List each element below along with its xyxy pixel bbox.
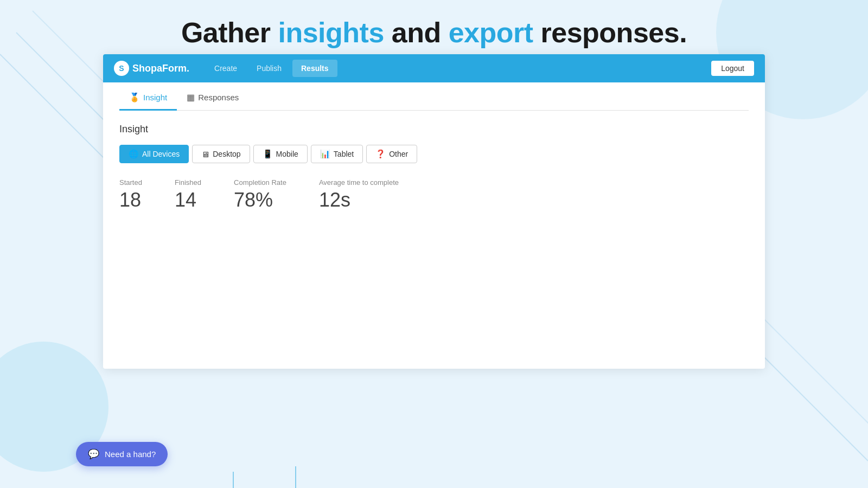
mobile-label: Mobile (276, 150, 298, 158)
nav-results[interactable]: Results (292, 60, 337, 77)
chat-button[interactable]: 💬 Need a hand? (76, 442, 168, 466)
responses-tab-label: Responses (198, 93, 239, 102)
hero-highlight-1: insights (278, 17, 384, 48)
hero-highlight-2: export (449, 17, 533, 48)
hero-text-3: responses. (533, 17, 687, 48)
hero-heading: Gather insights and export responses. (0, 16, 868, 49)
main-content: 🏅 Insight ▦ Responses Insight 🌐 All Devi… (103, 82, 765, 228)
device-filters: 🌐 All Devices 🖥 Desktop 📱 Mobile 📊 Table… (119, 145, 749, 163)
stat-finished: Finished 14 (175, 178, 201, 211)
stat-completion-value: 78% (234, 189, 286, 211)
desktop-label: Desktop (213, 150, 240, 158)
all-devices-label: All Devices (142, 150, 180, 158)
logout-button[interactable]: Logout (711, 61, 754, 76)
nav-links: Create Publish Results (206, 60, 711, 77)
insight-tab-label: Insight (143, 93, 167, 102)
filter-desktop[interactable]: 🖥 Desktop (192, 145, 250, 163)
insight-tab-icon: 🏅 (129, 92, 140, 102)
brand-shopa: Shopa (132, 63, 162, 74)
svg-line-6 (749, 304, 868, 439)
all-devices-icon: 🌐 (129, 149, 139, 159)
stat-completion-rate: Completion Rate 78% (234, 178, 286, 211)
filter-all-devices[interactable]: 🌐 All Devices (119, 145, 189, 163)
app-window: S ShopaForm. Create Publish Results Logo… (103, 54, 765, 369)
tab-responses[interactable]: ▦ Responses (177, 85, 248, 111)
stat-started: Started 18 (119, 178, 142, 211)
chat-icon: 💬 (88, 448, 99, 460)
nav-create[interactable]: Create (206, 60, 246, 77)
brand-logo[interactable]: S ShopaForm. (114, 61, 189, 76)
navbar: S ShopaForm. Create Publish Results Logo… (103, 54, 765, 82)
responses-tab-icon: ▦ (187, 92, 195, 102)
stat-started-label: Started (119, 178, 142, 187)
filter-mobile[interactable]: 📱 Mobile (253, 145, 308, 163)
brand-form: Form. (162, 63, 189, 74)
desktop-icon: 🖥 (201, 150, 209, 159)
stat-finished-label: Finished (175, 178, 201, 187)
stats-row: Started 18 Finished 14 Completion Rate 7… (119, 178, 749, 211)
section-title: Insight (119, 124, 749, 135)
brand-name: ShopaForm. (132, 63, 189, 74)
logo-icon: S (114, 61, 129, 76)
hero-section: Gather insights and export responses. (0, 0, 868, 54)
filter-tablet[interactable]: 📊 Tablet (311, 145, 363, 163)
stat-started-value: 18 (119, 189, 142, 211)
tablet-icon: 📊 (320, 149, 330, 159)
stat-avg-time-value: 12s (319, 189, 399, 211)
sub-tabs: 🏅 Insight ▦ Responses (119, 82, 749, 111)
stat-finished-value: 14 (175, 189, 201, 211)
mobile-icon: 📱 (263, 149, 273, 159)
nav-publish[interactable]: Publish (248, 60, 290, 77)
tablet-label: Tablet (334, 150, 354, 158)
other-label: Other (389, 150, 408, 158)
stat-completion-label: Completion Rate (234, 178, 286, 187)
svg-line-1 (0, 54, 108, 163)
chat-label: Need a hand? (105, 450, 156, 459)
stat-avg-time: Average time to complete 12s (319, 178, 399, 211)
hero-text-2: and (384, 17, 449, 48)
filter-other[interactable]: ❓ Other (366, 145, 417, 163)
tab-insight[interactable]: 🏅 Insight (119, 85, 177, 111)
stat-avg-time-label: Average time to complete (319, 178, 399, 187)
other-icon: ❓ (375, 149, 386, 159)
hero-text-1: Gather (181, 17, 278, 48)
